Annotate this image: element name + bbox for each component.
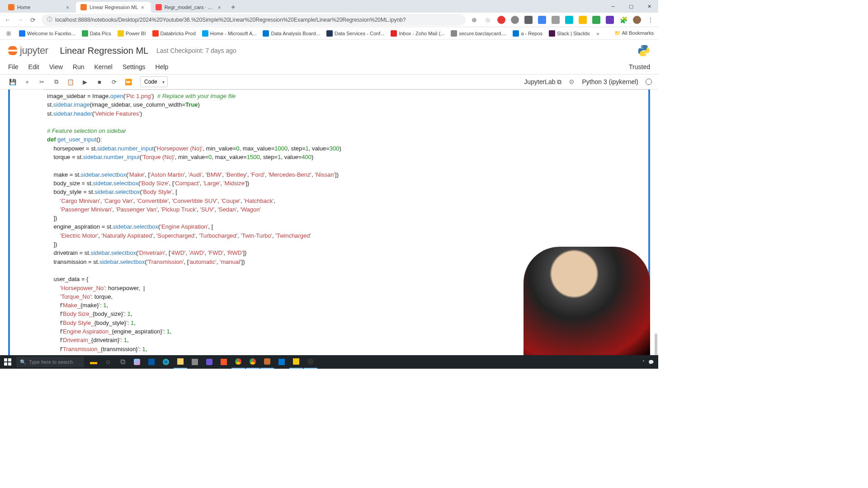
extension-icon[interactable] (579, 16, 587, 24)
copy-button[interactable]: ⧉ (50, 76, 62, 88)
taskbar-app-icon[interactable] (203, 355, 216, 369)
bookmark-favicon (391, 30, 397, 37)
taskbar-brave-icon[interactable] (217, 355, 231, 369)
taskbar-taskview-icon[interactable]: ⧉ (116, 355, 129, 369)
run-all-button[interactable]: ⏩ (122, 76, 135, 88)
extension-icon[interactable] (565, 16, 573, 24)
taskbar-app-icon[interactable]: ▬ (87, 355, 100, 369)
forward-button[interactable]: → (16, 16, 24, 24)
bookmark-star-icon[interactable]: ☆ (484, 16, 492, 24)
menu-kernel[interactable]: Kernel (94, 63, 112, 70)
close-window-button[interactable]: ✕ (640, 0, 658, 13)
taskbar-chrome-icon[interactable] (231, 355, 245, 369)
tray-chevron-icon[interactable]: ˄ (642, 360, 645, 365)
tab-close-icon[interactable]: × (141, 5, 146, 10)
system-tray[interactable]: ˄ 💬 (642, 360, 658, 365)
taskbar-vscode-icon[interactable] (275, 355, 288, 369)
new-tab-button[interactable]: + (228, 2, 239, 13)
bookmark-item[interactable]: Power BI (118, 30, 146, 37)
search-icon: 🔍 (20, 359, 26, 365)
bookmark-item[interactable]: Data Analysis Board... (263, 30, 320, 37)
jupyter-logo[interactable]: jupyter (8, 45, 48, 56)
extension-icon[interactable] (552, 16, 560, 24)
extension-icon[interactable] (497, 16, 505, 24)
jupyterlab-link[interactable]: JupyterLab ⧉ (524, 78, 561, 86)
restart-button[interactable]: ⟳ (108, 76, 120, 88)
maximize-button[interactable]: ▢ (622, 0, 640, 13)
bookmark-item[interactable]: a - Repos (513, 30, 542, 37)
paste-button[interactable]: 📋 (64, 76, 77, 88)
bookmark-item[interactable]: secure.barclaycard.... (451, 30, 506, 37)
taskbar-app-icon[interactable] (130, 355, 144, 369)
taskbar-explorer-icon[interactable] (174, 355, 187, 369)
extension-icon[interactable] (606, 16, 614, 24)
zoom-icon[interactable]: ⊕ (470, 16, 478, 24)
bookmark-item[interactable]: Welcome to Facebo... (19, 30, 75, 37)
bookmark-favicon (326, 30, 333, 37)
run-button[interactable]: ▶ (79, 76, 91, 88)
site-info-icon[interactable]: ⓘ (47, 16, 52, 23)
start-button[interactable] (0, 355, 15, 369)
jupyter-favicon (8, 4, 14, 10)
bookmark-label: Power BI (126, 31, 146, 36)
browser-tab[interactable]: Home × (4, 2, 76, 13)
bookmark-item[interactable]: Slack | Slackbot | En... (549, 30, 590, 37)
scrollbar-thumb[interactable] (655, 333, 657, 355)
menu-view[interactable]: View (49, 63, 63, 70)
tab-close-icon[interactable]: × (218, 5, 223, 10)
extension-icon[interactable] (538, 16, 546, 24)
cut-button[interactable]: ✂ (35, 76, 48, 88)
menu-help[interactable]: Help (156, 63, 169, 70)
tab-close-icon[interactable]: × (66, 5, 71, 10)
taskbar-powerbi-icon[interactable] (289, 355, 303, 369)
apps-icon[interactable]: ⊞ (5, 29, 13, 38)
back-button[interactable]: ← (4, 16, 12, 24)
menu-edit[interactable]: Edit (28, 63, 39, 70)
stop-button[interactable]: ■ (93, 76, 106, 88)
bookmark-item[interactable]: Data Pics (82, 30, 111, 37)
tray-notification-icon[interactable]: 💬 (648, 360, 654, 365)
bookmark-item[interactable]: Data Services - Conf... (326, 30, 385, 37)
cell-type-select[interactable]: Code (140, 76, 168, 87)
chrome-menu-button[interactable]: ⋮ (646, 16, 655, 24)
tab-title: Regr_model_cars · Streamlit (165, 5, 215, 10)
checkpoint-text: Last Checkpoint: 7 days ago (156, 47, 236, 54)
browser-tab-active[interactable]: Linear Regression ML × (76, 2, 151, 13)
taskbar-app-icon[interactable] (188, 355, 202, 369)
bookmark-item[interactable]: Home - Microsoft A... (202, 30, 257, 37)
insert-cell-button[interactable]: + (21, 76, 33, 88)
profile-avatar[interactable] (633, 16, 641, 24)
bookmarks-overflow[interactable]: » (596, 31, 599, 36)
bookmark-favicon (451, 30, 457, 37)
address-bar[interactable]: ⓘ localhost:8888/notebooks/Desktop/2024%… (42, 14, 466, 26)
all-bookmarks-button[interactable]: 📁 All Bookmarks (614, 30, 654, 36)
bookmark-item[interactable]: Databricks Prod (152, 30, 196, 37)
minimize-button[interactable]: ─ (604, 0, 622, 13)
bookmark-item[interactable]: Inbox - Zoho Mail (... (391, 30, 444, 37)
extension-icon[interactable] (592, 16, 600, 24)
extensions-button[interactable]: 🧩 (619, 16, 627, 24)
kernel-name[interactable]: Python 3 (ipykernel) (582, 78, 638, 85)
notebook-title[interactable]: Linear Regression ML (60, 46, 149, 56)
menu-run[interactable]: Run (73, 63, 85, 70)
menu-file[interactable]: File (8, 63, 19, 70)
menu-settings[interactable]: Settings (123, 63, 146, 70)
save-button[interactable]: 💾 (6, 76, 19, 88)
taskbar-search[interactable]: 🔍 Type here to search (16, 357, 84, 367)
kernel-status-icon[interactable] (646, 79, 652, 85)
browser-tab[interactable]: Regr_model_cars · Streamlit × (151, 2, 228, 13)
taskbar-app-icon[interactable] (145, 355, 158, 369)
svg-rect-3 (8, 358, 11, 361)
taskbar-app-icon[interactable] (260, 355, 274, 369)
taskbar-edge-icon[interactable] (159, 355, 173, 369)
trusted-indicator[interactable]: Trusted (629, 63, 650, 70)
bookmark-label: Data Analysis Board... (271, 31, 320, 36)
taskbar-cortana-icon[interactable]: ○ (101, 355, 115, 369)
extension-icon[interactable] (511, 16, 519, 24)
settings-icon[interactable]: ⚙ (569, 78, 575, 85)
extension-icon[interactable] (524, 16, 533, 24)
taskbar-obs-icon[interactable] (304, 355, 317, 369)
taskbar-chrome-icon[interactable] (246, 355, 259, 369)
jupyter-toolbar: 💾 + ✂ ⧉ 📋 ▶ ■ ⟳ ⏩ Code JupyterLab ⧉ ⚙ Py… (0, 74, 658, 89)
reload-button[interactable]: ⟳ (29, 16, 37, 24)
